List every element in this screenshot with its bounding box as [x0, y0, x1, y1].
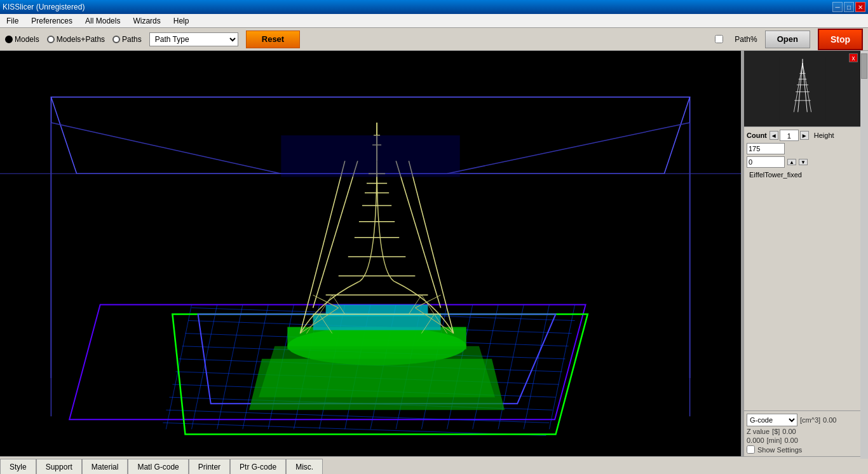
svg-marker-59: [259, 346, 495, 397]
tab-ptr-gcode[interactable]: Ptr G-code: [230, 459, 286, 474]
view-mode-models-paths[interactable]: Models+Paths: [47, 35, 105, 44]
gcode-select[interactable]: G-code: [747, 414, 797, 426]
tab-material[interactable]: Material: [82, 459, 128, 474]
viewport[interactable]: [0, 51, 741, 456]
gcode-row: G-code [cm^3] 0.00: [747, 414, 858, 426]
right-panel: x: [743, 51, 868, 456]
z-value: 0.000: [747, 437, 764, 444]
dollar-value: 0.00: [782, 428, 796, 435]
bottom-tabs: Style Support Material Matl G-code Print…: [0, 456, 868, 474]
close-model-button[interactable]: x: [849, 53, 858, 62]
open-button[interactable]: Open: [765, 30, 810, 48]
minimize-button[interactable]: ─: [832, 2, 843, 12]
min-value: 0.00: [784, 437, 797, 444]
panel-spacer: [744, 182, 860, 410]
model-name: EiffelTower_fixed: [747, 170, 858, 180]
scrollbar-thumb[interactable]: [861, 53, 867, 79]
panel-bottom: G-code [cm^3] 0.00 Z value [$] 0.00 0.00…: [744, 410, 860, 456]
titlebar: KISSlicer (Unregistered) ─ □ ✕: [0, 0, 868, 14]
height-row: [747, 143, 858, 154]
z-label: Z value: [747, 428, 770, 435]
min-label: [min]: [767, 437, 782, 444]
tab-misc[interactable]: Misc.: [286, 459, 323, 474]
path-type-select[interactable]: Path Type: [149, 32, 238, 46]
reset-button[interactable]: Reset: [246, 30, 300, 48]
count-decrement[interactable]: ◄: [770, 131, 778, 140]
count-control: ◄ 1 ►: [770, 130, 809, 141]
path-pct-label: Path%: [735, 35, 757, 44]
svg-rect-34: [287, 327, 466, 349]
count-row: Count ◄ 1 ► Height: [747, 130, 858, 141]
count-increment[interactable]: ►: [800, 131, 809, 140]
menubar: File Preferences All Models Wizards Help: [0, 14, 868, 28]
cm3-label: [cm^3]: [800, 416, 820, 424]
menu-all-models[interactable]: All Models: [81, 15, 124, 27]
view-mode-models[interactable]: Models: [5, 35, 39, 44]
radio-modelspaths-icon: [47, 36, 55, 43]
model-thumbnail-svg: [777, 57, 828, 121]
zvalue-row: Z value [$] 0.00: [747, 428, 858, 435]
maximize-button[interactable]: □: [844, 2, 854, 12]
rotation-row: ▲ ▼: [747, 156, 858, 168]
tab-support[interactable]: Support: [36, 459, 82, 474]
titlebar-title: KISSlicer (Unregistered): [3, 3, 85, 11]
height-label: Height: [814, 132, 834, 139]
menu-file[interactable]: File: [3, 15, 22, 27]
menu-preferences[interactable]: Preferences: [27, 15, 76, 27]
tab-printer[interactable]: Printer: [189, 459, 230, 474]
path-pct-checkbox[interactable]: [715, 35, 723, 43]
scrollbar-track: [860, 53, 868, 459]
svg-rect-35: [313, 314, 441, 330]
radio-models-icon: [5, 36, 13, 43]
viewport-svg: [0, 51, 741, 456]
svg-rect-62: [281, 135, 459, 177]
show-settings-checkbox[interactable]: [747, 445, 755, 454]
titlebar-controls: ─ □ ✕: [832, 2, 865, 12]
toolbar: Models Models+Paths Paths Path Type Rese…: [0, 28, 868, 51]
view-mode-paths[interactable]: Paths: [112, 35, 142, 44]
rotation-down[interactable]: ▼: [799, 159, 808, 165]
cm3-value: 0.00: [823, 416, 836, 424]
stop-button[interactable]: Stop: [818, 29, 863, 50]
znum-row: 0.000 [min] 0.00: [747, 437, 858, 444]
height-input[interactable]: [747, 143, 785, 154]
tab-style[interactable]: Style: [0, 459, 36, 474]
svg-rect-67: [779, 57, 825, 121]
radio-paths-icon: [112, 36, 120, 43]
tab-matl-gcode[interactable]: Matl G-code: [128, 459, 188, 474]
rotation-up[interactable]: ▲: [787, 159, 796, 165]
dollar-label: [$]: [772, 428, 780, 435]
rotation-input[interactable]: [747, 156, 785, 168]
right-scrollbar[interactable]: [860, 51, 868, 456]
menu-wizards[interactable]: Wizards: [129, 15, 164, 27]
panel-controls: Count ◄ 1 ► Height: [744, 127, 860, 182]
show-settings-label: Show Settings: [757, 446, 802, 454]
main-area: x: [0, 51, 868, 456]
model-preview: x: [744, 51, 860, 127]
menu-help[interactable]: Help: [170, 15, 193, 27]
show-settings-row: Show Settings: [747, 445, 858, 454]
count-label: Count: [747, 132, 767, 139]
close-button[interactable]: ✕: [855, 2, 865, 12]
count-value: 1: [780, 130, 799, 141]
